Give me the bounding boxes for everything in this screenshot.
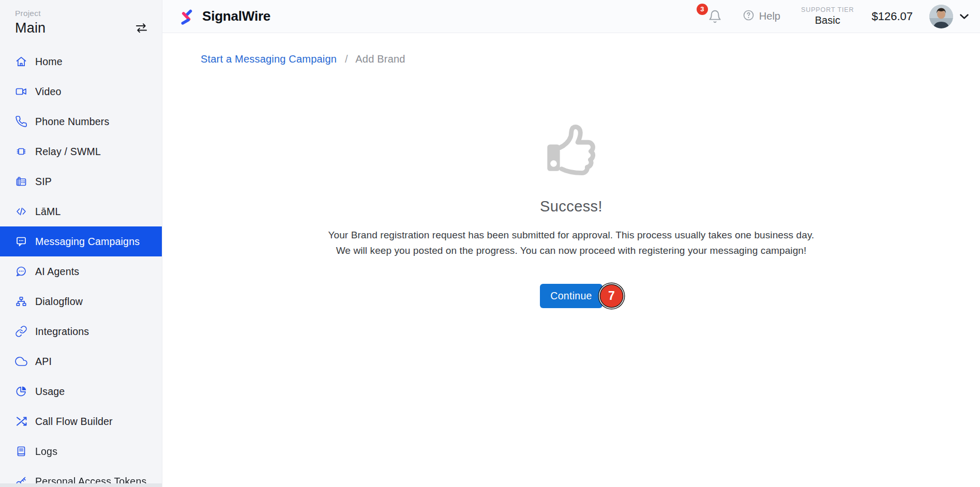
book-icon	[15, 445, 27, 458]
sidebar-item-usage[interactable]: Usage	[0, 376, 162, 406]
ai-chat-icon	[15, 265, 27, 278]
project-label: Project	[15, 9, 148, 18]
sidebar-item-video[interactable]: Video	[0, 77, 162, 106]
top-header: SignalWire 3 Help SUPPORT TIER Basic $12…	[162, 0, 980, 33]
sidebar-item-home[interactable]: Home	[0, 47, 162, 77]
sidebar-item-logs[interactable]: Logs	[0, 436, 162, 466]
sidebar-nav: Home Video Phone Numbers Relay / SWML SI…	[0, 47, 162, 487]
breadcrumb-separator: /	[345, 53, 348, 65]
video-camera-icon	[15, 85, 27, 98]
pie-chart-icon	[15, 385, 27, 398]
annotation-marker-7: 7	[600, 285, 623, 307]
signalwire-logo-icon	[178, 6, 196, 27]
home-icon	[15, 55, 27, 68]
thumbs-up-icon	[542, 120, 600, 182]
project-name: Main	[15, 20, 46, 36]
main-content: Start a Messaging Campaign / Add Brand S…	[162, 0, 980, 308]
sidebar-item-integrations[interactable]: Integrations	[0, 316, 162, 346]
sidebar-item-ai-agents[interactable]: AI Agents	[0, 256, 162, 286]
chip-icon	[15, 145, 27, 158]
sidebar-item-label: Dialogflow	[35, 296, 83, 308]
sidebar: Project Main Home Video Phone Numbers	[0, 0, 162, 487]
notification-badge: 3	[697, 4, 708, 15]
sidebar-item-label: Call Flow Builder	[35, 416, 113, 428]
sidebar-item-call-flow-builder[interactable]: Call Flow Builder	[0, 406, 162, 436]
sidebar-item-label: Logs	[35, 446, 57, 458]
account-menu-button[interactable]	[960, 14, 969, 19]
phone-icon	[15, 115, 27, 128]
brand-logo[interactable]: SignalWire	[178, 6, 270, 27]
breadcrumb: Start a Messaging Campaign / Add Brand	[201, 53, 980, 65]
sidebar-item-label: Home	[35, 56, 63, 68]
sidebar-item-label: Messaging Campaigns	[35, 236, 140, 248]
sitemap-icon	[15, 295, 27, 308]
link-icon	[15, 325, 27, 338]
sidebar-item-label: AI Agents	[35, 266, 79, 278]
code-icon	[15, 205, 27, 218]
success-message: Your Brand registration request has been…	[320, 227, 823, 258]
support-tier-value: Basic	[801, 14, 854, 26]
sidebar-item-label: Usage	[35, 386, 65, 398]
sidebar-item-relay-swml[interactable]: Relay / SWML	[0, 136, 162, 166]
sidebar-item-label: Video	[35, 86, 62, 98]
shuffle-icon	[15, 415, 27, 428]
page-title: Success!	[540, 198, 602, 215]
brand-name: SignalWire	[202, 8, 270, 24]
avatar[interactable]	[929, 5, 953, 28]
sidebar-item-phone-numbers[interactable]: Phone Numbers	[0, 106, 162, 136]
sidebar-bottom-strip	[0, 483, 162, 487]
help-button[interactable]: Help	[743, 9, 780, 24]
breadcrumb-current: Add Brand	[355, 53, 405, 65]
sidebar-item-label: Phone Numbers	[35, 116, 110, 128]
desk-phone-icon	[15, 175, 27, 188]
sidebar-item-label: SIP	[35, 176, 52, 188]
sidebar-item-dialogflow[interactable]: Dialogflow	[0, 286, 162, 316]
sidebar-item-label: API	[35, 356, 52, 368]
chat-bubble-icon	[15, 235, 27, 248]
chevron-down-icon	[960, 14, 969, 19]
cloud-icon	[15, 355, 27, 368]
breadcrumb-link[interactable]: Start a Messaging Campaign	[201, 53, 337, 65]
continue-button[interactable]: Continue	[540, 284, 602, 308]
sidebar-item-messaging-campaigns[interactable]: Messaging Campaigns	[0, 226, 162, 256]
help-icon	[743, 9, 755, 24]
project-block: Project Main	[0, 0, 162, 36]
support-tier: SUPPORT TIER Basic	[801, 6, 854, 26]
sidebar-item-api[interactable]: API	[0, 346, 162, 376]
account-balance[interactable]: $126.07	[871, 10, 913, 23]
sidebar-item-laml[interactable]: LāML	[0, 196, 162, 226]
sidebar-item-label: LāML	[35, 206, 61, 218]
sidebar-item-sip[interactable]: SIP	[0, 166, 162, 196]
notifications-button[interactable]: 3	[708, 9, 722, 24]
project-switcher-icon[interactable]	[134, 23, 148, 35]
bell-icon	[708, 9, 722, 24]
help-label: Help	[759, 10, 780, 22]
sidebar-item-label: Relay / SWML	[35, 146, 101, 158]
support-tier-label: SUPPORT TIER	[801, 6, 854, 13]
sidebar-item-label: Integrations	[35, 326, 89, 338]
